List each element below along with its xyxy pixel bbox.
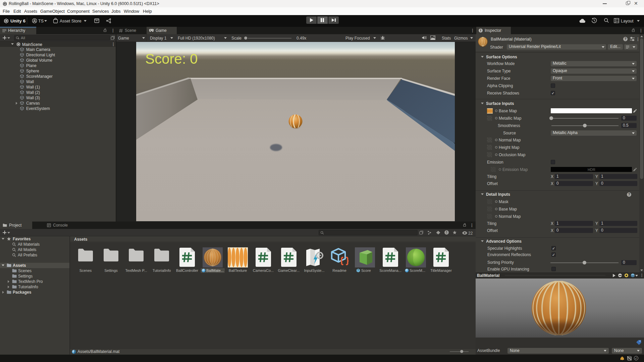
svg-text:Score: 0: Score: 0 [145,51,198,67]
